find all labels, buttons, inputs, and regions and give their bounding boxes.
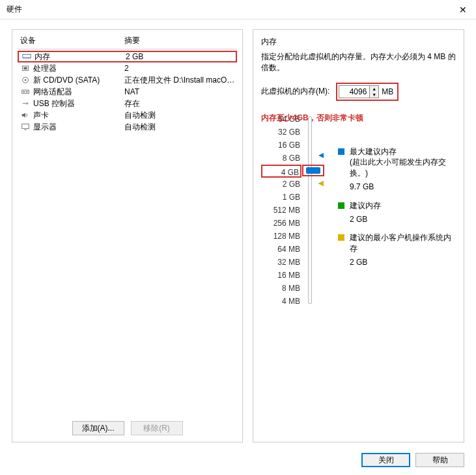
svg-rect-11 [23,91,25,92]
add-button[interactable]: 添加(A)... [72,421,124,435]
network-icon [20,87,31,96]
content: 设备 摘要 内存 2 GB 处理器 2 新 CD/DVD (SATA) 正在使用… [0,20,476,449]
legend-min: 建议的最小客户机操作系统内存 2 GB [338,232,455,267]
window-title: 硬件 [7,4,450,15]
svg-rect-13 [22,124,29,129]
legend-max: 最大建议内存 (超出此大小可能发生内存交换。) 9.7 GB [338,146,455,193]
device-name: 内存 [35,51,126,62]
device-summary: 正在使用文件 D:\Install macOS... [124,75,237,86]
titlebar: 硬件 ✕ [0,0,476,20]
col-device: 设备 [20,35,124,46]
device-panel: 设备 摘要 内存 2 GB 处理器 2 新 CD/DVD (SATA) 正在使用… [12,29,243,442]
tick-labels: 64 GB 32 GB 16 GB 8 GB 4 GB 2 GB 1 GB 51… [261,113,300,308]
memory-spinner[interactable]: ▲ ▼ [339,85,379,98]
panel-desc: 指定分配给此虚拟机的内存量。内存大小必须为 4 MB 的倍数。 [261,51,456,74]
svg-rect-7 [23,67,27,70]
memory-label: 此虚拟机的内存(M): [261,86,329,97]
remove-button: 移除(R) [131,421,183,435]
close-button[interactable]: ✕ [450,0,476,20]
legend-rec: 建议内存 2 GB [338,200,455,225]
footer: 关闭 帮助 [361,453,464,467]
device-summary: 2 GB [126,52,236,61]
col-summary: 摘要 [124,35,140,46]
tick-highlight: 4 GB [261,165,301,178]
tick: 1 GB [261,191,300,204]
device-name: 显示器 [33,122,124,133]
annotation: 内存至少4GB，否则非常卡顿 [261,113,363,124]
spinner-up[interactable]: ▲ [370,86,378,92]
memory-input-highlight: ▲ ▼ MB [336,83,399,101]
memory-input[interactable] [339,87,369,96]
device-row-display[interactable]: 显示器 自动检测 [18,121,237,133]
device-row-cpu[interactable]: 处理器 2 [18,62,237,74]
legend-value: 9.7 GB [350,182,455,193]
tick: 8 GB [261,152,300,165]
tick: 32 MB [261,256,300,269]
tick: 16 GB [261,139,300,152]
tick: 8 MB [261,282,300,295]
device-name: 新 CD/DVD (SATA) [33,75,124,86]
device-list: 内存 2 GB 处理器 2 新 CD/DVD (SATA) 正在使用文件 D:\… [18,51,237,416]
usb-icon [20,99,31,108]
tick: 128 MB [261,230,300,243]
svg-rect-10 [22,90,29,93]
tick: 256 MB [261,217,300,230]
slider-track[interactable] [305,113,318,308]
thumb-highlight [302,165,324,176]
close-dialog-button[interactable]: 关闭 [361,453,410,467]
tick: 2 GB [261,178,300,191]
display-icon [20,122,31,131]
panel-title: 内存 [261,36,456,48]
device-row-cd[interactable]: 新 CD/DVD (SATA) 正在使用文件 D:\Install macOS.… [18,74,237,86]
legend-label: 建议内存 [350,200,455,211]
device-summary: 自动检测 [124,122,237,133]
svg-rect-12 [26,91,28,92]
legend-note: (超出此大小可能发生内存交换。) [350,157,455,179]
square-icon [338,148,344,155]
marker-min [318,181,324,186]
device-row-usb[interactable]: USB 控制器 存在 [18,98,237,109]
legend-value: 2 GB [350,257,455,268]
device-name: USB 控制器 [33,98,124,109]
square-icon [338,202,344,209]
device-summary: 自动检测 [124,110,237,121]
memory-panel: 内存 指定分配给此虚拟机的内存量。内存大小必须为 4 MB 的倍数。 此虚拟机的… [253,29,464,442]
device-summary: 2 [124,64,237,73]
spinner-down[interactable]: ▼ [370,92,378,98]
sound-icon [20,111,31,120]
tick: 4 MB [261,295,300,308]
device-buttons: 添加(A)... 移除(R) [18,416,237,435]
slider-area: 64 GB 32 GB 16 GB 8 GB 4 GB 2 GB 1 GB 51… [261,113,456,308]
device-row-memory[interactable]: 内存 2 GB [18,51,237,62]
tick: 32 GB [261,126,300,139]
tick: 512 MB [261,204,300,217]
memory-unit: MB [382,87,393,96]
device-summary: 存在 [124,98,237,109]
legend-label: 最大建议内存 [350,146,455,157]
tick: 64 MB [261,243,300,256]
marker-max [318,153,324,158]
tick: 16 MB [261,269,300,282]
device-name: 网络适配器 [33,87,124,98]
cpu-icon [20,64,31,73]
device-row-sound[interactable]: 声卡 自动检测 [18,109,237,121]
memory-icon [21,52,32,61]
device-header: 设备 摘要 [18,35,237,49]
device-row-net[interactable]: 网络适配器 NAT [18,86,237,98]
square-icon [338,234,344,241]
legend: 内存至少4GB，否则非常卡顿 最大建议内存 (超出此大小可能发生内存交换。) 9… [338,113,455,308]
device-name: 声卡 [33,110,124,121]
device-summary: NAT [124,87,237,96]
help-button[interactable]: 帮助 [415,453,464,467]
disc-icon [20,75,31,85]
svg-point-9 [25,79,27,81]
legend-label: 建议的最小客户机操作系统内存 [350,232,455,254]
memory-input-row: 此虚拟机的内存(M): ▲ ▼ MB [261,83,456,101]
svg-rect-0 [23,55,31,58]
device-name: 处理器 [33,63,124,74]
legend-value: 2 GB [350,214,455,225]
